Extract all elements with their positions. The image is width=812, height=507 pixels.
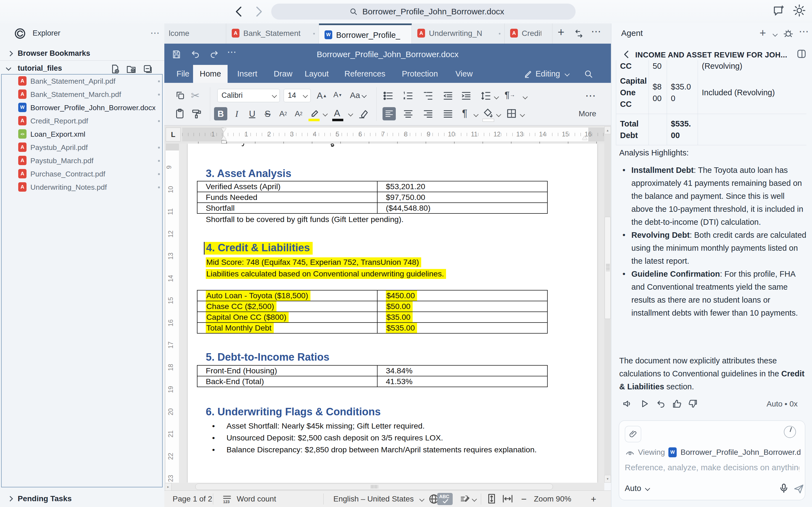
chevron-down-icon[interactable] [496,112,501,117]
format-painter-icon[interactable] [191,108,202,119]
menu-references[interactable]: References [338,65,392,83]
horizontal-ruler[interactable]: 1 1234567891011121314151617 [182,127,605,142]
chevron-down-icon[interactable] [523,94,528,99]
fit-width-icon[interactable] [502,493,513,505]
cut-icon[interactable]: ✂ [191,90,200,102]
increase-indent-icon[interactable] [461,90,472,102]
file-row[interactable]: Underwriting_Notes.pdf [2,181,162,194]
align-right-icon[interactable] [422,108,434,120]
line-spacing-icon[interactable] [480,90,492,102]
file-row[interactable]: Borrower_Profile_John_Borrower.docx [2,101,162,114]
forward-icon[interactable] [252,5,265,18]
superscript-button[interactable]: A2 [276,107,290,120]
table-cell[interactable]: $35.00 [377,312,548,322]
ribbon-more-button[interactable]: More [579,109,596,118]
table-cell[interactable]: $535.00 [377,323,548,333]
zoom-level[interactable]: Zoom 90% [534,491,571,507]
vertical-ruler[interactable]: 91011121314151617181920212223 [166,144,179,483]
underline-button[interactable]: U [246,107,259,120]
multilevel-list-icon[interactable] [422,90,434,102]
file-row[interactable]: Credit_Report.pdf [2,114,162,127]
compare-tabs-icon[interactable] [574,29,584,39]
numbered-list-icon[interactable] [402,90,414,102]
auto-mode-meta[interactable]: Auto • 0x [766,400,798,408]
collapse-all-icon[interactable] [143,64,153,74]
menu-home[interactable]: Home [193,65,228,83]
undo-icon[interactable] [191,49,201,60]
track-changes-icon[interactable] [459,494,470,505]
panel-toggle-icon[interactable] [796,48,807,59]
first-line-indent-marker[interactable] [221,128,226,132]
sidebar-section-pending-tasks[interactable]: Pending Tasks [0,492,164,506]
chevron-down-icon[interactable] [348,111,353,116]
microphone-icon[interactable] [778,483,789,494]
strikethrough-button[interactable]: S [261,107,274,120]
table-cell[interactable]: Capital One CC ($800) [198,312,377,322]
composer-placeholder[interactable]: Reference, analyze, make decisions on an… [625,463,799,472]
sidebar-menu-icon[interactable]: ⋯ [150,27,160,38]
table-cell[interactable]: $97,750.00 [377,192,548,203]
document-page[interactable]: 3. Asset Analysis Verified Assets (April… [188,144,597,483]
new-chat-icon[interactable]: + [760,27,766,39]
titlebar-more-icon[interactable]: ⋯ [227,46,236,57]
table-cell[interactable]: $450.00 [377,290,548,301]
right-indent-marker[interactable] [582,136,587,140]
tab-stop-selector[interactable]: L [166,127,181,142]
chevron-down-icon[interactable] [419,497,424,502]
file-row[interactable]: Paystub_April.pdf [2,141,162,154]
save-icon[interactable] [171,49,182,60]
new-folder-icon[interactable] [126,64,137,74]
grow-font-icon[interactable]: A▲ [317,91,327,101]
font-color-icon[interactable]: A [334,108,340,118]
new-tab-icon[interactable]: + [558,26,564,39]
agent-menu-icon[interactable]: ⋯ [799,26,809,37]
horizontal-scroll-thumb[interactable] [195,484,553,490]
file-row[interactable]: Loan_Export.xml [2,127,162,141]
chevron-down-icon[interactable] [323,111,328,116]
ribbon-overflow-icon[interactable]: ⋯ [585,90,596,102]
align-center-icon[interactable] [402,108,414,120]
paste-icon[interactable] [174,108,185,119]
send-icon[interactable] [793,483,804,494]
pilcrow-icon[interactable]: ¶ [462,108,467,119]
table-cell[interactable]: 34.84% [377,365,548,376]
thumbs-up-icon[interactable] [672,398,682,409]
hanging-indent-marker[interactable] [221,136,226,140]
table-cell[interactable]: Verified Assets (April) [198,181,377,192]
scroll-right-icon[interactable]: ► [165,483,171,491]
tab-underwriting-n[interactable]: Underwriting_N [412,23,504,44]
table-cell[interactable]: Chase CC ($2,500) [198,301,377,312]
table-cell[interactable]: 41.53% [377,376,548,387]
mode-selector[interactable]: Auto [625,484,641,493]
decrease-indent-icon[interactable] [442,90,454,102]
file-row[interactable]: Paystub_March.pdf [2,154,162,167]
page-indicator[interactable]: Page 1 of 2 [173,491,212,507]
table-cell[interactable]: Total Monthly Debt [198,323,377,333]
highlighter-icon[interactable] [309,107,321,119]
language-selector[interactable]: English – United States [333,491,414,507]
file-row[interactable]: Purchase_Contract.pdf [2,167,162,181]
menu-file[interactable]: File [170,65,196,83]
chevron-down-icon[interactable] [472,497,477,502]
thumbs-down-icon[interactable] [688,398,698,409]
thread-title[interactable]: INCOME AND ASSET REVIEW FOR JOH... [635,51,788,59]
back-icon[interactable] [232,5,246,18]
message-composer[interactable]: Viewing Borrower_Profile_John_Borrower.d… [619,420,805,500]
bold-button[interactable]: B [214,107,227,120]
context-chip[interactable]: Viewing Borrower_Profile_John_Borrower.d… [625,447,800,458]
menu-protection[interactable]: Protection [395,65,445,83]
clear-formatting-icon[interactable] [358,108,369,119]
font-size-select[interactable]: 14 [284,89,311,102]
shading-icon[interactable] [482,108,494,119]
tab-borrower-profile-[interactable]: Borrower_Profile_ [319,23,412,44]
table-cell[interactable]: $53,201.20 [377,181,548,192]
spell-check-button[interactable]: ABC [437,493,453,505]
word-count-label[interactable]: Word count [237,491,276,507]
play-icon[interactable] [639,398,650,409]
fit-page-icon[interactable] [486,493,497,505]
borders-icon[interactable] [506,108,517,119]
back-icon[interactable] [621,49,633,60]
font-name-select[interactable]: Calibri [217,89,280,102]
table-cell[interactable]: $50.00 [377,301,548,312]
italic-button[interactable]: I [230,107,243,120]
